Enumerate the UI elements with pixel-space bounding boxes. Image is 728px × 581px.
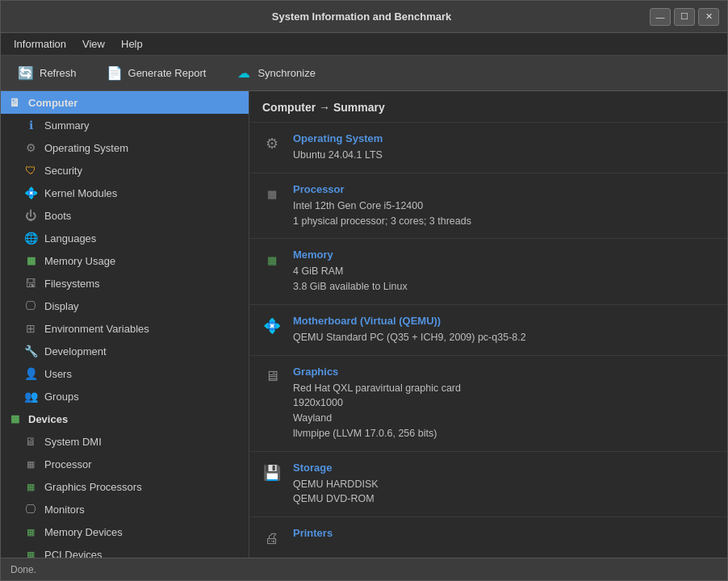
boots-icon: ⏻	[23, 208, 38, 223]
os-section-title: Operating System	[293, 132, 714, 144]
storage-section-icon: 💾	[262, 463, 282, 483]
motherboard-section-content: Motherboard (Virtual (QEMU)) QEMU Standa…	[293, 315, 714, 345]
sidebar-item-memory-devices[interactable]: ▦ Memory Devices	[1, 520, 249, 543]
memory-section-title: Memory	[293, 249, 714, 261]
generate-report-label: Generate Report	[128, 67, 207, 79]
detail-header: Computer → Summary	[249, 91, 727, 123]
synchronize-icon: ☁	[235, 65, 253, 82]
title-bar: System Information and Benchmark — ☐ ✕	[1, 1, 727, 33]
sidebar-label-security: Security	[44, 165, 82, 177]
sidebar-label-summary: Summary	[44, 119, 90, 132]
sidebar-label-kernel-modules: Kernel Modules	[44, 187, 117, 199]
sidebar-item-display[interactable]: 🖵 Display	[1, 295, 249, 317]
storage-line-1: QEMU DVD-ROM	[293, 491, 714, 507]
sidebar-label-filesystems: Filesystems	[44, 278, 100, 290]
close-button[interactable]: ✕	[698, 8, 719, 26]
detail-section-graphics: 🖥 Graphics Red Hat QXL paravirtual graph…	[249, 356, 727, 452]
sidebar-label-memory-usage: Memory Usage	[44, 255, 115, 267]
operating-system-icon: ⚙	[23, 140, 38, 155]
menu-view[interactable]: View	[76, 36, 111, 52]
generate-report-icon: 📄	[106, 65, 123, 82]
motherboard-line-0: QEMU Standard PC (Q35 + ICH9, 2009) pc-q…	[293, 330, 714, 345]
sidebar-label-pci-devices: PCI Devices	[44, 549, 103, 558]
sidebar-item-groups[interactable]: 👥 Groups	[1, 385, 249, 408]
languages-icon: 🌐	[23, 231, 38, 245]
menu-bar: Information View Help	[1, 33, 727, 56]
motherboard-section-icon: 💠	[262, 316, 282, 336]
display-icon: 🖵	[23, 299, 38, 313]
minimize-button[interactable]: —	[650, 8, 671, 26]
devices-icon: ▦	[7, 412, 22, 426]
sidebar-item-pci-devices[interactable]: ▦ PCI Devices	[1, 543, 249, 558]
pci-devices-icon: ▦	[23, 547, 38, 558]
graphics-processors-icon: ▦	[23, 479, 38, 494]
synchronize-label: Synchronize	[257, 67, 316, 79]
refresh-label: Refresh	[40, 67, 77, 79]
menu-help[interactable]: Help	[115, 36, 149, 52]
sidebar-item-system-dmi[interactable]: 🖥 System DMI	[1, 430, 249, 453]
sidebar-label-groups: Groups	[44, 391, 79, 403]
refresh-button[interactable]: 🔄 Refresh	[9, 61, 85, 86]
detail-panel: Computer → Summary ⚙ Operating System Ub…	[249, 91, 727, 558]
toolbar: 🔄 Refresh 📄 Generate Report ☁ Synchroniz…	[1, 56, 727, 91]
os-line-0: Ubuntu 24.04.1 LTS	[293, 148, 714, 163]
sidebar-label-computer: Computer	[28, 97, 77, 109]
sidebar-item-operating-system[interactable]: ⚙ Operating System	[1, 136, 249, 159]
printers-section-icon: 🖨	[262, 529, 282, 548]
sidebar-item-development[interactable]: 🔧 Development	[1, 340, 249, 362]
sidebar-label-graphics-processors: Graphics Processors	[44, 481, 142, 493]
memory-devices-icon: ▦	[23, 525, 38, 539]
sidebar-label-operating-system: Operating System	[44, 142, 128, 154]
synchronize-button[interactable]: ☁ Synchronize	[227, 61, 324, 86]
sidebar-label-devices: Devices	[28, 413, 68, 425]
processor-section-title: Processor	[293, 183, 714, 195]
detail-section-processor: ▦ Processor Intel 12th Gen Core i5-12400…	[249, 173, 727, 240]
sidebar-label-environment-variables: Environment Variables	[44, 323, 149, 335]
graphics-section-icon: 🖥	[262, 367, 282, 387]
groups-icon: 👥	[23, 389, 38, 403]
maximize-button[interactable]: ☐	[674, 8, 695, 26]
sidebar-item-boots[interactable]: ⏻ Boots	[1, 204, 249, 227]
sidebar-item-environment-variables[interactable]: ⊞ Environment Variables	[1, 317, 249, 340]
computer-icon: 🖥	[7, 95, 22, 110]
memory-line-0: 4 GiB RAM	[293, 264, 714, 279]
sidebar-item-summary[interactable]: ℹ Summary	[1, 114, 249, 136]
sidebar-label-languages: Languages	[44, 232, 96, 245]
motherboard-section-title: Motherboard (Virtual (QEMU))	[293, 315, 714, 327]
sidebar-item-kernel-modules[interactable]: 💠 Kernel Modules	[1, 182, 249, 204]
sidebar-label-users: Users	[44, 368, 72, 380]
summary-icon: ℹ	[23, 118, 38, 132]
os-section-icon: ⚙	[262, 134, 282, 153]
sidebar-item-filesystems[interactable]: 🖫 Filesystems	[1, 272, 249, 295]
env-vars-icon: ⊞	[23, 321, 38, 336]
sidebar-item-processor[interactable]: ▦ Processor	[1, 453, 249, 475]
sidebar-item-monitors[interactable]: 🖵 Monitors	[1, 498, 249, 520]
system-dmi-icon: 🖥	[23, 434, 38, 449]
kernel-modules-icon: 💠	[23, 186, 38, 200]
app-window: System Information and Benchmark — ☐ ✕ I…	[0, 0, 728, 581]
sidebar-label-monitors: Monitors	[44, 504, 85, 516]
sidebar-item-languages[interactable]: 🌐 Languages	[1, 227, 249, 249]
sidebar-label-processor: Processor	[44, 458, 92, 470]
sidebar-label-development: Development	[44, 345, 107, 357]
memory-section-icon: ▦	[262, 250, 282, 270]
memory-section-content: Memory 4 GiB RAM 3.8 GiB available to Li…	[293, 249, 714, 295]
sidebar-item-graphics-processors[interactable]: ▦ Graphics Processors	[1, 475, 249, 498]
detail-section-storage: 💾 Storage QEMU HARDDISK QEMU DVD-ROM	[249, 452, 727, 518]
graphics-line-0: Red Hat QXL paravirtual graphic card	[293, 381, 714, 396]
sidebar-item-users[interactable]: 👤 Users	[1, 362, 249, 385]
menu-information[interactable]: Information	[7, 36, 73, 52]
storage-line-0: QEMU HARDDISK	[293, 477, 714, 492]
generate-report-button[interactable]: 📄 Generate Report	[98, 61, 215, 86]
memory-usage-icon: ▦	[23, 253, 38, 268]
printers-section-title: Printers	[293, 527, 714, 539]
refresh-icon: 🔄	[17, 65, 35, 82]
processor-line-1: 1 physical processor; 3 cores; 3 threads	[293, 214, 714, 229]
sidebar-item-memory-usage[interactable]: ▦ Memory Usage	[1, 249, 249, 272]
graphics-line-1: 1920x1000	[293, 395, 714, 411]
development-icon: 🔧	[23, 344, 38, 358]
sidebar-item-devices[interactable]: ▦ Devices	[1, 408, 249, 430]
sidebar-item-security[interactable]: 🛡 Security	[1, 159, 249, 182]
sidebar-item-computer[interactable]: 🖥 Computer	[1, 91, 249, 114]
os-section-content: Operating System Ubuntu 24.04.1 LTS	[293, 132, 714, 163]
